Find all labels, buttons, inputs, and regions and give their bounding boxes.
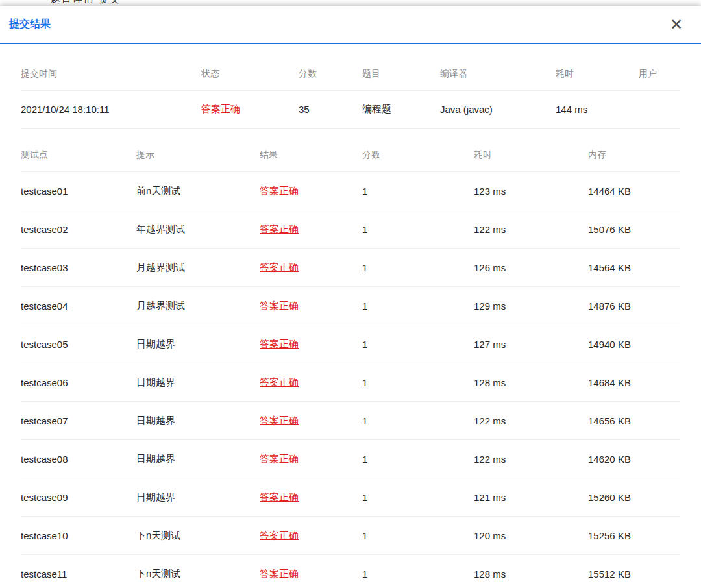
testcase-result: 答案正确 bbox=[260, 555, 362, 588]
testcase-result: 答案正确 bbox=[260, 287, 362, 325]
testcase-score: 1 bbox=[362, 249, 474, 287]
testcase-row: testcase04 月越界测试 答案正确 1 129 ms 14876 KB bbox=[21, 287, 680, 325]
testcase-name: testcase03 bbox=[21, 249, 136, 287]
testcase-table: 测试点 提示 结果 分数 耗时 内存 testcase01 前n天测试 答案正确… bbox=[21, 140, 680, 588]
testcase-score: 1 bbox=[362, 478, 474, 517]
background-page-text: 题目详情 提交 bbox=[51, 0, 121, 5]
submission-result-modal: 提交结果 ✕ 提交时间 状态 分数 题目 编译器 耗时 用户 bbox=[0, 6, 701, 588]
testcase-result-link[interactable]: 答案正确 bbox=[260, 453, 299, 464]
close-icon[interactable]: ✕ bbox=[666, 16, 687, 34]
testcase-result: 答案正确 bbox=[260, 210, 362, 249]
testcase-time: 122 ms bbox=[474, 440, 588, 478]
testcase-time: 128 ms bbox=[474, 363, 588, 402]
testcase-memory: 14684 KB bbox=[588, 363, 680, 402]
testcase-name: testcase01 bbox=[21, 172, 136, 210]
testcase-header-name: 测试点 bbox=[21, 140, 136, 172]
testcase-score: 1 bbox=[362, 172, 474, 210]
testcase-name: testcase11 bbox=[21, 555, 136, 588]
summary-header-compiler: 编译器 bbox=[440, 58, 556, 90]
summary-header-user: 用户 bbox=[639, 58, 680, 90]
testcase-score: 1 bbox=[362, 402, 474, 440]
testcase-result: 答案正确 bbox=[260, 249, 362, 287]
summary-time: 2021/10/24 18:10:11 bbox=[21, 90, 201, 128]
testcase-row: testcase05 日期越界 答案正确 1 127 ms 14940 KB bbox=[21, 325, 680, 363]
testcase-result-link[interactable]: 答案正确 bbox=[260, 530, 299, 541]
testcase-header-score: 分数 bbox=[362, 140, 474, 172]
testcase-hint: 日期越界 bbox=[136, 363, 260, 402]
testcase-time: 126 ms bbox=[474, 249, 588, 287]
testcase-row: testcase10 下n天测试 答案正确 1 120 ms 15256 KB bbox=[21, 517, 680, 555]
testcase-result-link[interactable]: 答案正确 bbox=[260, 568, 299, 579]
testcase-name: testcase08 bbox=[21, 440, 136, 478]
summary-header-elapsed: 耗时 bbox=[556, 58, 639, 90]
testcase-header-hint: 提示 bbox=[136, 140, 260, 172]
testcase-result: 答案正确 bbox=[260, 363, 362, 402]
testcase-result-link[interactable]: 答案正确 bbox=[260, 376, 299, 387]
testcase-score: 1 bbox=[362, 517, 474, 555]
testcase-row: testcase11 下n天测试 答案正确 1 128 ms 15512 KB bbox=[21, 555, 680, 588]
summary-compiler: Java (javac) bbox=[440, 90, 556, 128]
testcase-result: 答案正确 bbox=[260, 440, 362, 478]
testcase-time: 129 ms bbox=[474, 287, 588, 325]
testcase-name: testcase07 bbox=[21, 402, 136, 440]
testcase-result-link[interactable]: 答案正确 bbox=[260, 491, 299, 502]
testcase-name: testcase10 bbox=[21, 517, 136, 555]
testcase-row: testcase03 月越界测试 答案正确 1 126 ms 14564 KB bbox=[21, 249, 680, 287]
testcase-time: 122 ms bbox=[474, 210, 588, 249]
testcase-row: testcase01 前n天测试 答案正确 1 123 ms 14464 KB bbox=[21, 172, 680, 210]
testcase-score: 1 bbox=[362, 555, 474, 588]
testcase-score: 1 bbox=[362, 363, 474, 402]
testcase-row: testcase06 日期越界 答案正确 1 128 ms 14684 KB bbox=[21, 363, 680, 402]
testcase-header-row: 测试点 提示 结果 分数 耗时 内存 bbox=[21, 140, 680, 172]
background-page-strip: 题目详情 提交 bbox=[0, 0, 701, 6]
submission-summary-table: 提交时间 状态 分数 题目 编译器 耗时 用户 2021/10/24 18:10… bbox=[21, 58, 680, 129]
testcase-result-link[interactable]: 答案正确 bbox=[260, 300, 299, 311]
testcase-name: testcase04 bbox=[21, 287, 136, 325]
testcase-memory: 15260 KB bbox=[588, 478, 680, 517]
testcase-hint: 下n天测试 bbox=[136, 517, 260, 555]
testcase-row: testcase08 日期越界 答案正确 1 122 ms 14620 KB bbox=[21, 440, 680, 478]
testcase-result-link[interactable]: 答案正确 bbox=[260, 415, 299, 426]
testcase-name: testcase02 bbox=[21, 210, 136, 249]
summary-status: 答案正确 bbox=[201, 90, 299, 128]
summary-elapsed: 144 ms bbox=[556, 90, 639, 128]
summary-header-time: 提交时间 bbox=[21, 58, 201, 90]
testcase-time: 123 ms bbox=[474, 172, 588, 210]
testcase-hint: 日期越界 bbox=[136, 478, 260, 517]
testcase-result-link[interactable]: 答案正确 bbox=[260, 262, 299, 273]
testcase-name: testcase09 bbox=[21, 478, 136, 517]
testcase-row: testcase09 日期越界 答案正确 1 121 ms 15260 KB bbox=[21, 478, 680, 517]
testcase-hint: 日期越界 bbox=[136, 440, 260, 478]
testcase-result: 答案正确 bbox=[260, 172, 362, 210]
testcase-time: 128 ms bbox=[474, 555, 588, 588]
testcase-memory: 14656 KB bbox=[588, 402, 680, 440]
testcase-memory: 15076 KB bbox=[588, 210, 680, 249]
testcase-memory: 14564 KB bbox=[588, 249, 680, 287]
modal-header: 提交结果 ✕ bbox=[0, 6, 701, 44]
testcase-time: 120 ms bbox=[474, 517, 588, 555]
testcase-result: 答案正确 bbox=[260, 325, 362, 363]
testcase-result-link[interactable]: 答案正确 bbox=[260, 223, 299, 234]
summary-row: 2021/10/24 18:10:11 答案正确 35 编程题 Java (ja… bbox=[21, 90, 680, 128]
testcase-name: testcase06 bbox=[21, 363, 136, 402]
testcase-name: testcase05 bbox=[21, 325, 136, 363]
summary-header-status: 状态 bbox=[201, 58, 299, 90]
testcase-time: 121 ms bbox=[474, 478, 588, 517]
modal-title: 提交结果 bbox=[9, 18, 51, 31]
testcase-memory: 14620 KB bbox=[588, 440, 680, 478]
testcase-result-link[interactable]: 答案正确 bbox=[260, 338, 299, 349]
testcase-table-body: testcase01 前n天测试 答案正确 1 123 ms 14464 KB … bbox=[21, 172, 680, 588]
testcase-memory: 14876 KB bbox=[588, 287, 680, 325]
summary-score: 35 bbox=[299, 90, 362, 128]
testcase-row: testcase02 年越界测试 答案正确 1 122 ms 15076 KB bbox=[21, 210, 680, 249]
testcase-header-result: 结果 bbox=[260, 140, 362, 172]
testcase-score: 1 bbox=[362, 210, 474, 249]
summary-header-problem: 题目 bbox=[362, 58, 440, 90]
testcase-result: 答案正确 bbox=[260, 478, 362, 517]
testcase-header-time: 耗时 bbox=[474, 140, 588, 172]
testcase-result-link[interactable]: 答案正确 bbox=[260, 185, 299, 196]
testcase-memory: 15512 KB bbox=[588, 555, 680, 588]
testcase-result: 答案正确 bbox=[260, 402, 362, 440]
testcase-score: 1 bbox=[362, 287, 474, 325]
testcase-memory: 14940 KB bbox=[588, 325, 680, 363]
